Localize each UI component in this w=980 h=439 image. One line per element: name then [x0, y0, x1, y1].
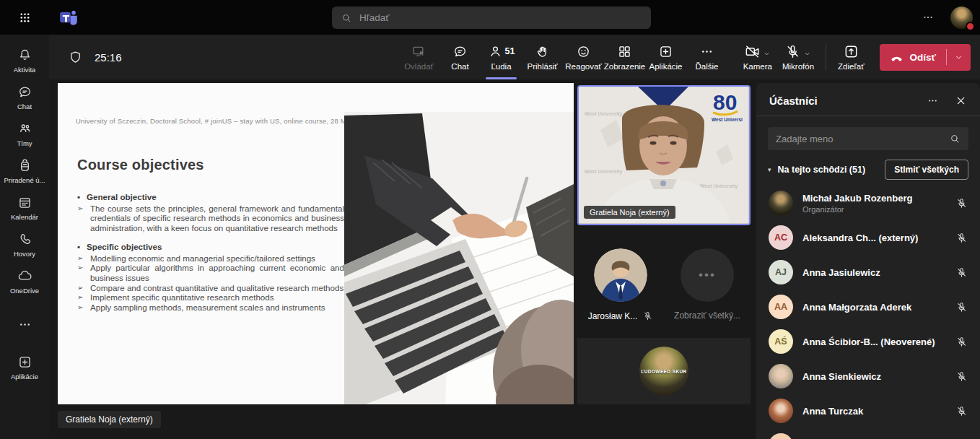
microphone-toggle-button[interactable]: Mikrofón	[777, 43, 819, 71]
camera-off-icon	[744, 43, 761, 60]
toolbar-button-apps[interactable]: Aplikácie	[645, 35, 686, 79]
chevron-down-icon[interactable]	[762, 49, 771, 58]
microphone-label: Mikrofón	[782, 62, 814, 71]
leave-options-chevron[interactable]	[947, 44, 971, 71]
participant-avatar-tile[interactable]: ĽUDOWEED SKUR	[577, 338, 751, 404]
sidebar-item-onedrive[interactable]: OneDrive	[0, 263, 49, 300]
participant-search-input[interactable]	[776, 134, 943, 144]
panel-more-options-icon[interactable]	[927, 95, 939, 107]
app-launcher-waffle-icon[interactable]	[0, 11, 49, 25]
slide-bullet: Modelling economic and managerial specif…	[90, 253, 344, 264]
section-collapse-triangle[interactable]: ▾	[768, 166, 771, 173]
toolbar-button-people[interactable]: 51 Ľudia	[481, 35, 522, 79]
bell-icon	[17, 48, 32, 63]
sidebar-item-calls[interactable]: Hovory	[0, 226, 49, 263]
participant-row[interactable]: AC Aleksandra Ch... (externý)	[756, 220, 980, 255]
sidebar-item-chat[interactable]: Chat	[0, 79, 49, 116]
chat-bubble-icon	[452, 44, 468, 59]
participant-video-tile[interactable]: Jarosław K...	[577, 240, 664, 332]
participant-row[interactable]: AJ Anna Jasiulewicz	[756, 255, 980, 290]
teams-logo-icon	[59, 9, 79, 27]
participant-name: Michał Jakub Rozenberg	[802, 193, 946, 204]
participant-photo-avatar	[769, 364, 793, 388]
participant-avatar: ĽUDOWEED SKUR	[639, 347, 688, 396]
participant-name: Anna Ścibior-B... (Neoverené)	[802, 336, 946, 347]
participant-name: Anna Sienkiewicz	[802, 371, 946, 382]
grid-view-icon	[617, 44, 632, 59]
slide-photo-laptop-hands	[344, 112, 574, 404]
mic-muted-icon	[955, 197, 968, 209]
search-input[interactable]	[359, 12, 642, 23]
panel-title: Účastníci	[769, 95, 911, 107]
user-avatar[interactable]	[950, 6, 973, 29]
toolbar-button-label: Ovládať	[404, 62, 434, 71]
slide-section-heading: General objective	[87, 192, 157, 202]
sidebar-item-assignments[interactable]: Priradené ú...	[0, 152, 49, 189]
participant-row[interactable]: Michał Jakub Rozenberg Organizátor	[756, 186, 980, 220]
show-all-label: Zobraziť všetký...	[674, 310, 740, 321]
participant-search-field[interactable]	[768, 127, 968, 150]
avatar-caption: ĽUDOWEED SKUR	[639, 369, 688, 374]
camera-label: Kamera	[743, 62, 772, 71]
participant-photo-avatar	[594, 248, 647, 302]
hangup-icon	[890, 51, 904, 64]
participant-row[interactable]: Anna Turczak	[756, 394, 980, 428]
shared-presentation-slide: University of Sczeczin, Doctoral School,…	[58, 83, 574, 404]
presence-busy-dot	[966, 22, 975, 31]
cloud-icon	[17, 269, 32, 284]
participants-panel: Účastníci ▾ Na tejto schôdzi (51) Stlmiť…	[756, 83, 980, 439]
slide-header-text: University of Sczeczin, Doctoral School,…	[76, 117, 372, 125]
slide-bullet: Implement specific quantitative research…	[90, 292, 344, 303]
sidebar-item-calendar[interactable]: Kalendár	[0, 189, 49, 226]
search-icon	[949, 133, 961, 144]
plus-square-icon	[17, 355, 32, 370]
slide-bullet-list: •General objective ➢The course sets the …	[77, 192, 344, 312]
participant-initials-avatar: AC	[769, 225, 793, 250]
participant-row[interactable]: AA Anna Małgorzata Aderek	[756, 290, 980, 324]
chevron-down-icon[interactable]	[802, 49, 812, 58]
person-icon	[488, 44, 503, 59]
participant-row[interactable]: Anna Sienkiewicz	[756, 359, 980, 394]
toolbar-button-react[interactable]: Reagovať	[563, 35, 604, 79]
topbar-more-options-icon[interactable]	[922, 11, 935, 24]
toolbar-button-more[interactable]: Ďalšie	[686, 35, 727, 79]
toolbar-button-label: Ďalšie	[696, 62, 719, 71]
teams-app-window: Aktivita Chat Tímy Priradené ú... Kalend…	[0, 0, 980, 439]
share-label: Zdieľať	[838, 62, 864, 71]
slide-bullet: Apply particular algorithms in approachi…	[90, 263, 344, 282]
toolbar-button-label: Ľudia	[491, 62, 511, 71]
backpack-icon	[17, 158, 32, 173]
leave-label: Odísť	[910, 52, 936, 63]
sidebar-more-apps[interactable]	[0, 311, 49, 337]
more-participants-circle[interactable]: •••	[681, 248, 734, 302]
toolbar-button-label: Reagovať	[565, 62, 601, 71]
panel-divider	[756, 116, 980, 116]
app-sidebar: Aktivita Chat Tímy Priradené ú... Kalend…	[0, 35, 49, 439]
participant-row-partial[interactable]	[756, 428, 980, 439]
share-button[interactable]: Zdieľať	[833, 43, 869, 71]
slide-section-heading: Specific objectives	[87, 242, 162, 252]
smiley-icon	[576, 44, 591, 59]
camera-toggle-button[interactable]: Kamera	[738, 43, 777, 71]
sidebar-item-activity[interactable]: Aktivita	[0, 42, 49, 79]
toolbar-button-chat[interactable]: Chat	[439, 35, 481, 79]
participant-initials-avatar: AJ	[769, 260, 793, 284]
participant-name: Aleksandra Ch... (externý)	[802, 232, 946, 243]
participant-name: Anna Turczak	[802, 406, 946, 417]
active-speaker-video-tile[interactable]: West UniversityWest University West Univ…	[577, 85, 751, 225]
leave-meeting-button[interactable]: Odísť	[880, 44, 971, 71]
mic-muted-icon	[955, 232, 968, 244]
meeting-timer: 25:16	[95, 51, 122, 64]
panel-close-icon[interactable]	[955, 95, 967, 107]
sidebar-item-apps[interactable]: Aplikácie	[0, 349, 49, 386]
toolbar-button-raise-hand[interactable]: Prihlásiť	[522, 35, 563, 79]
svg-text:West University: West University	[700, 183, 738, 189]
mute-all-button[interactable]: Stlmiť všetkých	[885, 160, 968, 180]
speaker-video-feed: West UniversityWest University West Univ…	[579, 87, 748, 223]
sidebar-item-teams[interactable]: Tímy	[0, 116, 49, 152]
plus-square-icon	[658, 44, 673, 59]
toolbar-button-view[interactable]: Zobrazenie	[604, 35, 645, 79]
show-all-participants-tile[interactable]: ••• Zobraziť všetký...	[664, 240, 751, 332]
participant-row[interactable]: AŚ Anna Ścibior-B... (Neoverené)	[756, 324, 980, 359]
global-search-bar[interactable]	[332, 6, 651, 29]
